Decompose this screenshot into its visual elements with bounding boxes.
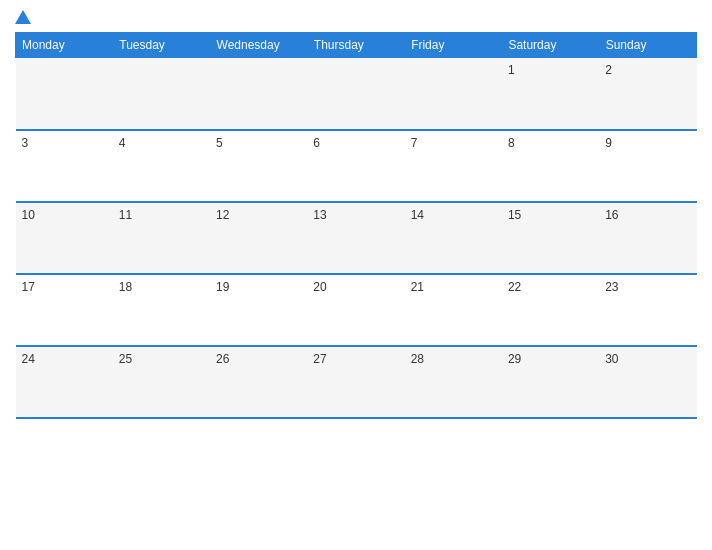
day-number: 1 (508, 63, 515, 77)
calendar-cell: 27 (307, 346, 404, 418)
day-number: 29 (508, 352, 521, 366)
calendar-cell: 3 (16, 130, 113, 202)
day-number: 18 (119, 280, 132, 294)
calendar-cell: 7 (405, 130, 502, 202)
week-row-3: 10111213141516 (16, 202, 697, 274)
calendar-cell: 24 (16, 346, 113, 418)
day-number: 27 (313, 352, 326, 366)
day-number: 6 (313, 136, 320, 150)
day-number: 21 (411, 280, 424, 294)
calendar-container: MondayTuesdayWednesdayThursdayFridaySatu… (0, 0, 712, 550)
calendar-cell: 26 (210, 346, 307, 418)
calendar-cell: 9 (599, 130, 696, 202)
calendar-cell: 20 (307, 274, 404, 346)
day-number: 24 (22, 352, 35, 366)
calendar-cell (405, 58, 502, 130)
calendar-cell: 21 (405, 274, 502, 346)
calendar-cell: 14 (405, 202, 502, 274)
weekday-header-friday: Friday (405, 33, 502, 58)
day-number: 8 (508, 136, 515, 150)
calendar-cell: 13 (307, 202, 404, 274)
calendar-cell: 23 (599, 274, 696, 346)
calendar-cell: 4 (113, 130, 210, 202)
calendar-cell: 1 (502, 58, 599, 130)
calendar-cell: 18 (113, 274, 210, 346)
calendar-cell: 19 (210, 274, 307, 346)
day-number: 10 (22, 208, 35, 222)
calendar-body: 1234567891011121314151617181920212223242… (16, 58, 697, 418)
week-row-4: 17181920212223 (16, 274, 697, 346)
calendar-cell: 16 (599, 202, 696, 274)
day-number: 4 (119, 136, 126, 150)
day-number: 26 (216, 352, 229, 366)
day-number: 15 (508, 208, 521, 222)
day-number: 14 (411, 208, 424, 222)
calendar-cell: 2 (599, 58, 696, 130)
calendar-cell: 25 (113, 346, 210, 418)
calendar-cell: 8 (502, 130, 599, 202)
logo-triangle-icon (15, 10, 31, 24)
weekday-header-thursday: Thursday (307, 33, 404, 58)
calendar-header (15, 10, 697, 24)
calendar-cell (16, 58, 113, 130)
day-number: 13 (313, 208, 326, 222)
weekday-header-monday: Monday (16, 33, 113, 58)
calendar-cell: 5 (210, 130, 307, 202)
calendar-cell: 28 (405, 346, 502, 418)
day-number: 20 (313, 280, 326, 294)
day-number: 28 (411, 352, 424, 366)
day-number: 5 (216, 136, 223, 150)
day-number: 2 (605, 63, 612, 77)
calendar-grid: MondayTuesdayWednesdayThursdayFridaySatu… (15, 32, 697, 419)
calendar-cell (307, 58, 404, 130)
calendar-cell: 17 (16, 274, 113, 346)
weekday-header-sunday: Sunday (599, 33, 696, 58)
day-number: 22 (508, 280, 521, 294)
calendar-cell (113, 58, 210, 130)
day-number: 3 (22, 136, 29, 150)
calendar-cell: 10 (16, 202, 113, 274)
day-number: 17 (22, 280, 35, 294)
calendar-cell: 12 (210, 202, 307, 274)
day-number: 30 (605, 352, 618, 366)
day-number: 9 (605, 136, 612, 150)
day-number: 16 (605, 208, 618, 222)
calendar-cell: 6 (307, 130, 404, 202)
logo-blue-row (15, 10, 33, 24)
week-row-2: 3456789 (16, 130, 697, 202)
day-number: 25 (119, 352, 132, 366)
calendar-cell: 29 (502, 346, 599, 418)
week-row-1: 12 (16, 58, 697, 130)
logo (15, 10, 33, 24)
day-number: 7 (411, 136, 418, 150)
calendar-cell: 11 (113, 202, 210, 274)
calendar-cell: 30 (599, 346, 696, 418)
calendar-header-row: MondayTuesdayWednesdayThursdayFridaySatu… (16, 33, 697, 58)
weekday-row: MondayTuesdayWednesdayThursdayFridaySatu… (16, 33, 697, 58)
day-number: 19 (216, 280, 229, 294)
weekday-header-tuesday: Tuesday (113, 33, 210, 58)
calendar-cell (210, 58, 307, 130)
day-number: 12 (216, 208, 229, 222)
weekday-header-saturday: Saturday (502, 33, 599, 58)
calendar-cell: 15 (502, 202, 599, 274)
calendar-cell: 22 (502, 274, 599, 346)
weekday-header-wednesday: Wednesday (210, 33, 307, 58)
day-number: 11 (119, 208, 132, 222)
day-number: 23 (605, 280, 618, 294)
week-row-5: 24252627282930 (16, 346, 697, 418)
